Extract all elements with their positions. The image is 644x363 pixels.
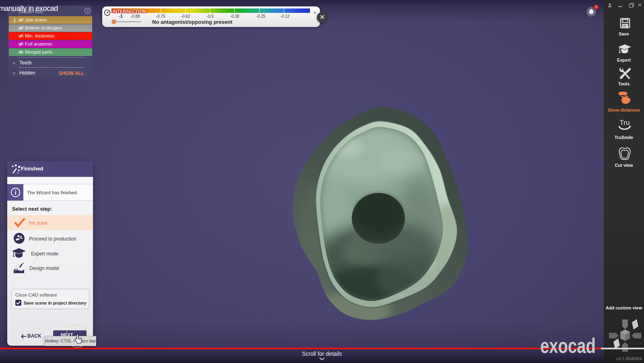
svg-text:Tru: Tru	[620, 119, 630, 127]
svg-text:?: ?	[86, 9, 89, 13]
